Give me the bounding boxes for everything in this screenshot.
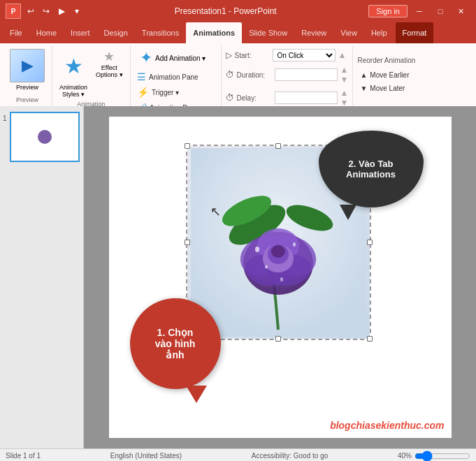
tab-help[interactable]: Help [364, 22, 394, 43]
quick-access-redo[interactable]: ↪ [41, 6, 52, 17]
preview-icon: ▶ [10, 49, 45, 82]
ribbon-group-animation: ★ AnimationStyles ▾ ★ EffectOptions ▾ An… [52, 46, 131, 106]
handle-bottom-right[interactable] [367, 336, 373, 342]
move-later-label: Move Later [370, 85, 405, 92]
effect-options-container: ★ EffectOptions ▾ [93, 47, 126, 80]
reorder-title: Reorder Animation [357, 57, 415, 64]
trigger-button[interactable]: ⚡ Trigger ▾ [137, 85, 179, 99]
tab-design[interactable]: Design [97, 22, 135, 43]
delay-input[interactable] [275, 92, 338, 104]
close-button[interactable]: ✕ [452, 4, 470, 18]
status-bar: Slide 1 of 1 English (United States) Acc… [0, 448, 476, 461]
preview-play-icon: ▶ [22, 57, 34, 75]
advanced-animation-content: ✦ Add Animation ▾ ☰ Animation Pane ⚡ Tri… [137, 47, 214, 115]
ribbon-group-advanced-animation: ✦ Add Animation ▾ ☰ Animation Pane ⚡ Tri… [131, 46, 222, 106]
effect-options-label: EffectOptions ▾ [96, 64, 123, 78]
ribbon-group-timing: ▷ Start: On Click ▲ ⏱ Duration: ▲▼ ⏱ Del… [222, 46, 354, 106]
timing-start-row: ▷ Start: On Click ▲ [226, 49, 349, 61]
title-bar: P ↩ ↪ ▶ ▾ Presentation1 - PowerPoint Sig… [0, 0, 476, 22]
preview-group-content: ▶ Preview [7, 47, 48, 95]
tab-view[interactable]: View [333, 22, 364, 43]
start-expand-icon[interactable]: ▲ [338, 50, 347, 60]
preview-label: Preview [16, 84, 38, 91]
trigger-icon: ⚡ [137, 87, 149, 98]
tab-insert[interactable]: Insert [64, 22, 97, 43]
effect-options-button[interactable]: ★ EffectOptions ▾ [93, 47, 126, 80]
handle-bottom-center[interactable] [275, 336, 281, 342]
callout2-line1: 2. Vào Tab [348, 159, 393, 169]
duration-spin-icon[interactable]: ▲▼ [340, 65, 349, 85]
ribbon-group-preview: ▶ Preview Preview [3, 46, 52, 106]
animation-styles-button[interactable]: ★ AnimationStyles ▾ [57, 47, 90, 99]
svg-point-13 [255, 247, 259, 252]
animation-pane-icon: ☰ [137, 71, 146, 82]
quick-access-undo[interactable]: ↩ [25, 6, 36, 17]
trigger-label: Trigger ▾ [152, 89, 179, 96]
move-earlier-button[interactable]: ▲ Move Earlier [357, 70, 415, 80]
slide-number-label: 1 [3, 115, 7, 122]
move-earlier-label: Move Earlier [370, 71, 409, 79]
language-info: English (United States) [110, 452, 182, 460]
tab-format[interactable]: Format [396, 22, 434, 43]
slide-content[interactable]: ↖ 1. Chọn vào hình ảnh 2. Vào Tab Animat… [109, 117, 452, 438]
duration-input[interactable] [275, 68, 338, 81]
handle-top-left[interactable] [185, 143, 190, 149]
title-bar-left: P ↩ ↪ ▶ ▾ [6, 3, 82, 19]
callout2-line2: Animations [346, 169, 396, 180]
add-animation-label: Add Animation ▾ [155, 54, 205, 62]
tab-slideshow[interactable]: Slide Show [242, 22, 294, 43]
start-clock-icon: ▷ [226, 50, 232, 60]
move-later-arrow-icon: ▼ [360, 85, 367, 92]
ribbon-group-reorder: Reorder Animation ▲ Move Earlier ▼ Move … [353, 46, 419, 106]
start-label: Start: [235, 52, 270, 59]
zoom-slider[interactable] [414, 451, 470, 462]
tab-transitions[interactable]: Transitions [135, 22, 186, 43]
animation-group-content: ★ AnimationStyles ▾ ★ EffectOptions ▾ [57, 47, 126, 99]
slide-thumb-wrapper: 1 [3, 112, 80, 162]
watermark: blogchiasekienthuc.com [330, 420, 444, 431]
sign-in-button[interactable]: Sign in [368, 5, 408, 17]
move-later-button[interactable]: ▼ Move Later [357, 83, 415, 94]
handle-middle-left[interactable] [185, 240, 190, 245]
slide-thumb-rose [38, 130, 52, 144]
svg-point-14 [293, 242, 296, 247]
delay-label: Delay: [237, 94, 272, 102]
duration-label: Duration: [237, 71, 272, 79]
slide-canvas: ↖ 1. Chọn vào hình ảnh 2. Vào Tab Animat… [84, 106, 476, 448]
reorder-content: Reorder Animation ▲ Move Earlier ▼ Move … [357, 47, 415, 102]
add-animation-icon: ✦ [140, 49, 152, 67]
svg-point-12 [271, 245, 285, 258]
maximize-button[interactable]: □ [431, 4, 449, 18]
animation-pane-button[interactable]: ☰ Animation Pane [137, 70, 199, 84]
accessibility-info: Accessibility: Good to go [252, 452, 329, 460]
app-logo: P [6, 3, 21, 19]
tab-file[interactable]: File [3, 22, 29, 43]
tab-animations[interactable]: Animations [186, 22, 242, 43]
ribbon-tabs: File Home Insert Design Transitions Anim… [0, 22, 476, 43]
animation-star-icon: ★ [61, 49, 86, 82]
callout1-line1: 1. Chọn [157, 327, 194, 338]
minimize-button[interactable]: ─ [410, 4, 428, 18]
callout1: 1. Chọn vào hình ảnh [130, 298, 221, 389]
quick-access-customize[interactable]: ▾ [71, 6, 82, 17]
start-select[interactable]: On Click [273, 49, 336, 61]
delay-clock-icon: ⏱ [226, 93, 234, 103]
handle-top-center[interactable] [275, 143, 281, 149]
preview-group-label: Preview [7, 95, 48, 105]
svg-point-16 [265, 265, 268, 269]
preview-button[interactable]: ▶ Preview [7, 47, 48, 92]
quick-access-start[interactable]: ▶ [56, 6, 67, 17]
handle-middle-right[interactable] [367, 240, 373, 245]
tab-review[interactable]: Review [294, 22, 333, 43]
tab-home[interactable]: Home [29, 22, 64, 43]
add-animation-button[interactable]: ✦ Add Animation ▾ [137, 47, 214, 68]
main-area: 1 [0, 106, 476, 448]
delay-spin-icon[interactable]: ▲▼ [340, 88, 349, 108]
effect-star-icon: ★ [103, 49, 115, 64]
title-bar-right: Sign in ─ □ ✕ [368, 4, 470, 18]
timing-duration-row: ⏱ Duration: ▲▼ [226, 65, 349, 85]
move-earlier-arrow-icon: ▲ [360, 71, 367, 79]
ribbon-content: ▶ Preview Preview ★ AnimationStyles ▾ ★ … [0, 43, 476, 106]
slide-thumbnail[interactable] [10, 112, 80, 162]
duration-clock-icon: ⏱ [226, 70, 234, 80]
